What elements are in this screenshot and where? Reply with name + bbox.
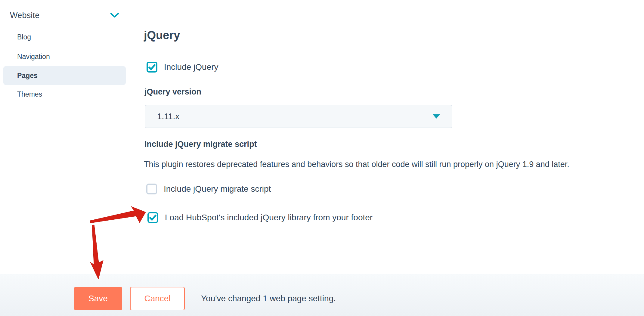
migrate-checkbox[interactable] (146, 184, 157, 194)
footer-load-label: Load HubSpot's included jQuery library f… (165, 213, 373, 222)
migrate-heading: Include jQuery migrate script (144, 140, 257, 149)
annotation-arrow-to-save (90, 225, 103, 279)
dropdown-caret-icon (433, 114, 440, 119)
sidebar-item-navigation[interactable]: Navigation (3, 47, 126, 66)
sidebar-item-themes[interactable]: Themes (3, 85, 126, 104)
chevron-down-icon[interactable] (110, 13, 119, 18)
include-jquery-checkbox[interactable] (147, 62, 157, 73)
migrate-checkbox-row: Include jQuery migrate script (146, 184, 271, 194)
migrate-checkbox-label: Include jQuery migrate script (164, 184, 271, 194)
sidebar-group-label: Website (10, 11, 39, 20)
sidebar-group-website[interactable]: Website (10, 9, 126, 22)
footer-action-bar: Save Cancel You've changed 1 web page se… (0, 274, 644, 316)
include-jquery-label: Include jQuery (164, 62, 218, 72)
footer-load-checkbox[interactable] (147, 212, 158, 223)
unsaved-changes-status: You've changed 1 web page setting. (201, 287, 336, 310)
jquery-version-selected-value: 1.11.x (157, 112, 433, 121)
settings-screen: Website Blog Navigation Pages Themes jQu… (0, 0, 644, 316)
page-title: jQuery (144, 29, 180, 42)
sidebar-item-blog[interactable]: Blog (3, 28, 126, 46)
annotation-arrow-to-checkbox (90, 206, 146, 223)
cancel-button[interactable]: Cancel (130, 287, 185, 310)
footer-load-row: Load HubSpot's included jQuery library f… (147, 212, 373, 223)
jquery-version-select[interactable]: 1.11.x (145, 105, 452, 128)
sidebar-item-pages[interactable]: Pages (3, 66, 126, 85)
check-icon (149, 213, 157, 222)
include-jquery-row: Include jQuery (147, 62, 218, 73)
save-button[interactable]: Save (74, 287, 122, 310)
jquery-version-label: jQuery version (144, 87, 201, 97)
migrate-description: This plugin restores deprecated features… (144, 160, 569, 169)
check-icon (148, 63, 156, 71)
